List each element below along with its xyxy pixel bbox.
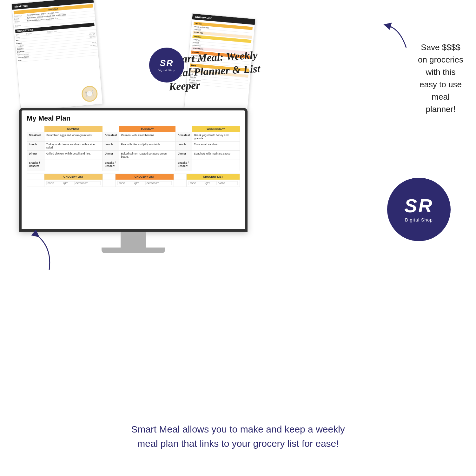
- tuesday-dinner: Baked salmon roasted potatoes green bean…: [119, 151, 175, 160]
- wednesday-lunch: Tuna salad sandwich: [192, 142, 240, 151]
- dinner-row: Dinner Grilled chicken with broccoli and…: [27, 151, 240, 160]
- grocery-summary-table: GROCERY LIST GROCERY LIST GROCERY LIST F…: [27, 174, 240, 187]
- lunch-label-col: Lunch: [27, 142, 44, 151]
- save-line3: with this: [418, 66, 463, 78]
- meal-plan-title: My Meal Plan: [27, 114, 240, 122]
- lunch-label-col2: Lunch: [102, 142, 119, 151]
- tuesday-grocery-bar: GROCERY LIST: [115, 174, 174, 180]
- save-line6: planner!: [418, 103, 463, 116]
- save-line5: meal: [418, 91, 463, 103]
- sr-subtitle-top: Digital Shop: [158, 69, 175, 72]
- breakfast-row: Breakfast Scrambled eggs and whole-grain…: [27, 132, 240, 142]
- monday-snacks: [44, 160, 103, 171]
- save-line2: on groceries: [418, 54, 463, 66]
- snacks-row: Snacks /Dessert Snacks /Dessert Snacks /…: [27, 160, 240, 171]
- save-line4: easy to use: [418, 78, 463, 91]
- arrow-top-right: [381, 22, 422, 52]
- breakfast-label-col3: Breakfast: [175, 132, 192, 142]
- breakfast-label-col: Breakfast: [27, 132, 44, 142]
- snacks-label-col: Snacks /Dessert: [27, 160, 44, 171]
- lunch-row: Lunch Turkey and cheese sandwich with a …: [27, 142, 240, 151]
- sr-initials-main: SR: [404, 196, 433, 215]
- monday-header: MONDAY: [44, 126, 103, 132]
- dinner-label-col3: Dinner: [175, 151, 192, 160]
- wednesday-grocery-bar: GROCERY LIST: [186, 174, 240, 180]
- save-text-block: Save $$$$ on groceries with this easy to…: [418, 41, 463, 116]
- tuesday-lunch: Peanut butter and jelly sandwich: [119, 142, 175, 151]
- meal-plan-table: MONDAY TUESDAY WEDNESDAY Breakfast Scram…: [27, 126, 240, 171]
- save-line1: Save $$$$: [418, 41, 463, 54]
- snacks-label-col2: Snacks /Dessert: [102, 160, 119, 171]
- tuesday-header: TUESDAY: [119, 126, 175, 132]
- bottom-text-block: Smart Meal allows you to make and keep a…: [0, 422, 476, 451]
- meal-plan-content: My Meal Plan MONDAY TUESDAY WEDNESDAY: [22, 110, 245, 229]
- monday-grocery-bar: GROCERY LIST: [44, 174, 103, 180]
- dinner-label-col: Dinner: [27, 151, 44, 160]
- dinner-label: Dinner: [14, 20, 27, 23]
- monday-lunch: Turkey and cheese sandwich with a side s…: [44, 142, 103, 151]
- arrow-bottom-left: [24, 228, 59, 274]
- lunch-label-col3: Lunch: [175, 142, 192, 151]
- monday-breakfast: Scrambled eggs and whole-grain toast: [44, 132, 103, 142]
- sr-logo-main: SR Digital Shop: [387, 178, 451, 241]
- wednesday-breakfast: Greek yogurt with honey and granola.: [192, 132, 240, 142]
- monitor-stand-base: [102, 248, 165, 253]
- breakfast-label-col2: Breakfast: [102, 132, 119, 142]
- snacks-label-col3: Snacks /Dessert: [175, 160, 192, 171]
- sr-subtitle-main: Digital Shop: [405, 217, 433, 222]
- monitor-stand-neck: [121, 232, 146, 248]
- tuesday-breakfast: Oatmeal with sliced banana: [119, 132, 175, 142]
- sr-logo-top: SR Digital Shop: [149, 48, 184, 83]
- sr-initials-top: SR: [160, 59, 174, 68]
- wednesday-header: WEDNESDAY: [192, 126, 240, 132]
- food-illustration: 🍽️: [81, 85, 100, 101]
- wednesday-dinner: Spaghetti with marinara sauce: [192, 151, 240, 160]
- snacks-label: Snacks: [15, 24, 28, 27]
- bottom-text-line2: meal plan that links to your grocery lis…: [25, 436, 451, 451]
- tuesday-snacks: [119, 160, 175, 171]
- monday-dinner: Grilled chicken with broccoli and rice.: [44, 151, 103, 160]
- bottom-text-line1: Smart Meal allows you to make and keep a…: [25, 422, 451, 436]
- meal-plan-document: Meal Plan MONDAY Breakfast Scrambled egg…: [11, 0, 103, 111]
- dinner-label-col2: Dinner: [102, 151, 119, 160]
- wednesday-snacks: [192, 160, 240, 171]
- monitor-screen: My Meal Plan MONDAY TUESDAY WEDNESDAY: [19, 108, 248, 232]
